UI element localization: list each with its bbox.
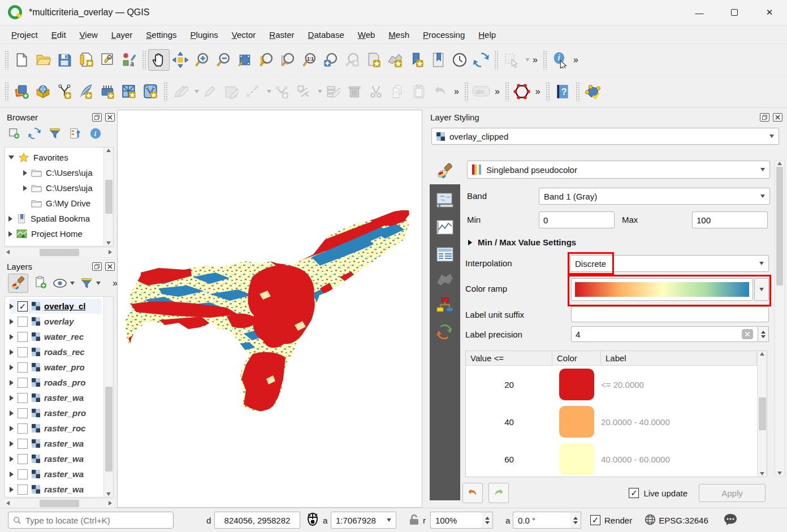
zoom-to-layer-button[interactable] <box>277 49 299 71</box>
zoom-to-selection-button[interactable] <box>256 49 277 71</box>
layer-checkbox[interactable] <box>18 362 28 373</box>
styling-layer-selector[interactable]: overlay_clipped <box>431 128 779 145</box>
live-update-checkbox[interactable]: ✓ <box>629 488 639 498</box>
help-contents-button[interactable]: ? <box>552 81 573 102</box>
expander-collapsed-icon[interactable] <box>8 216 12 222</box>
apply-button[interactable]: Apply <box>699 484 766 502</box>
layers-horizontal-scrollbar[interactable] <box>5 498 114 508</box>
column-header-value[interactable]: Value <= <box>466 351 552 365</box>
layer-checkbox[interactable] <box>18 332 28 342</box>
column-header-color[interactable]: Color <box>552 351 601 365</box>
map-canvas[interactable] <box>117 110 422 508</box>
layers-add-group-button[interactable] <box>34 276 47 291</box>
layer-checkbox[interactable] <box>18 423 28 434</box>
scale-combo[interactable]: 1:7067928 <box>331 512 396 529</box>
add-feature-dropdown[interactable] <box>267 90 271 93</box>
new-map-view-button[interactable] <box>363 49 384 71</box>
expander-collapsed-icon[interactable] <box>10 472 14 477</box>
new-print-layout-button[interactable] <box>75 49 97 71</box>
expander-collapsed-icon[interactable] <box>23 185 27 191</box>
layer-row[interactable]: raster_roc <box>10 421 102 436</box>
layer-checkbox[interactable] <box>18 347 28 357</box>
style-redo-button[interactable] <box>488 483 509 503</box>
refresh-map-button[interactable] <box>470 49 492 71</box>
label-precision-spinner[interactable] <box>758 326 769 342</box>
layer-row[interactable]: overlay <box>10 314 102 329</box>
color-ramp-dropdown[interactable] <box>754 278 769 301</box>
tab-transparency[interactable] <box>436 192 454 211</box>
toolbar-overflow-icon[interactable]: » <box>533 86 543 97</box>
menu-project[interactable]: Project <box>5 28 45 42</box>
styling-close-button[interactable] <box>773 113 782 122</box>
clear-precision-icon[interactable] <box>742 329 753 339</box>
label-precision-input[interactable] <box>571 326 758 342</box>
save-project-button[interactable] <box>54 49 75 71</box>
new-temporary-scratch-layer-button[interactable] <box>97 81 118 102</box>
new-virtual-layer-button[interactable] <box>118 81 140 102</box>
max-input[interactable] <box>692 211 768 228</box>
open-project-button[interactable] <box>32 49 54 71</box>
classification-table-scrollbar[interactable] <box>757 351 767 477</box>
layer-row[interactable]: roads_rec <box>10 344 102 360</box>
lock-scale-icon[interactable] <box>409 513 420 527</box>
browser-item-project-home[interactable]: Project Home <box>8 226 102 241</box>
class-label[interactable]: 40.0000 - 60.0000 <box>601 455 757 464</box>
class-row-1[interactable]: 20 <= 20.0000 <box>466 366 757 403</box>
copy-features-button[interactable] <box>387 81 408 102</box>
select-features-button[interactable] <box>500 49 522 71</box>
maximize-button[interactable] <box>717 0 752 25</box>
toolbar-grip[interactable] <box>546 82 550 101</box>
tab-histogram[interactable] <box>436 219 454 237</box>
render-checkbox[interactable]: ✓ <box>590 515 600 525</box>
expander-collapsed-icon[interactable] <box>23 170 27 176</box>
magnifier-box[interactable]: 100% <box>430 512 482 529</box>
layers-manage-themes-button[interactable] <box>53 278 75 288</box>
expander-collapsed-icon[interactable] <box>10 380 14 386</box>
class-color-swatch[interactable] <box>559 406 594 438</box>
paste-features-button[interactable] <box>408 81 430 102</box>
color-ramp-button[interactable] <box>571 278 753 301</box>
current-edits-dropdown[interactable] <box>194 90 199 93</box>
class-value[interactable]: 20 <box>466 380 552 390</box>
browser-collapse-all-button[interactable] <box>69 127 81 141</box>
magnifier-spinner[interactable] <box>482 512 493 529</box>
layer-row[interactable]: raster_wa <box>10 466 102 482</box>
layer-checkbox[interactable] <box>18 378 28 388</box>
styling-float-button[interactable] <box>760 113 769 122</box>
layers-filter-legend-button[interactable] <box>80 277 101 289</box>
menu-web[interactable]: Web <box>351 28 382 42</box>
menu-plugins[interactable]: Plugins <box>184 28 225 42</box>
new-project-button[interactable] <box>11 49 32 71</box>
toolbar-grip[interactable] <box>576 82 580 101</box>
menu-help[interactable]: Help <box>472 28 503 42</box>
class-row-3[interactable]: 60 40.0000 - 60.0000 <box>466 440 757 478</box>
layer-row-overlay-clipped[interactable]: ✓ overlay_cl <box>10 299 102 314</box>
toolbar-overflow-icon[interactable]: » <box>530 55 540 65</box>
menu-layer[interactable]: Layer <box>105 28 140 42</box>
menu-database[interactable]: Database <box>301 28 351 42</box>
zoom-in-button[interactable] <box>191 49 213 71</box>
class-value[interactable]: 40 <box>466 417 552 427</box>
menu-mesh[interactable]: Mesh <box>382 28 416 42</box>
browser-item-gdrive[interactable]: G:\My Drive <box>8 196 102 211</box>
tab-history[interactable] <box>436 323 453 342</box>
layers-open-styling-button[interactable] <box>8 274 28 293</box>
toolbar-grip[interactable] <box>494 50 498 70</box>
label-unit-suffix-input[interactable] <box>571 306 769 322</box>
modify-attributes-button[interactable] <box>293 81 314 102</box>
show-spatial-bookmarks-button[interactable] <box>427 49 449 71</box>
expander-collapsed-icon[interactable] <box>10 487 14 492</box>
crs-label[interactable]: EPSG:32646 <box>659 516 708 525</box>
class-value[interactable]: 60 <box>466 455 552 464</box>
delete-selected-button[interactable] <box>344 81 365 102</box>
expander-collapsed-icon[interactable] <box>10 426 14 431</box>
zoom-full-extent-button[interactable] <box>234 49 256 71</box>
temporal-controller-button[interactable] <box>449 49 470 71</box>
browser-add-layer-button[interactable] <box>8 127 20 141</box>
browser-properties-button[interactable]: i <box>89 127 102 141</box>
checker-polygon-button[interactable] <box>511 81 533 102</box>
layer-row[interactable]: water_pro <box>10 360 102 375</box>
coordinate-box[interactable]: 824056, 2958282 <box>214 512 300 529</box>
class-label[interactable]: 20.0000 - 40.0000 <box>601 417 757 427</box>
toolbar-grip[interactable] <box>163 82 167 101</box>
